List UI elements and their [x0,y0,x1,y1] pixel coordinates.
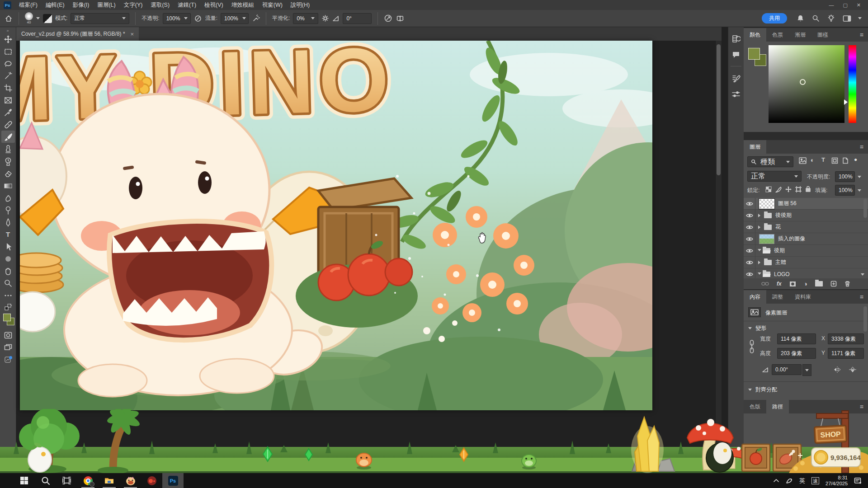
quick-mask-icon[interactable] [1,329,15,341]
brushes-panel-icon[interactable] [731,91,741,98]
notifications-bell-icon[interactable] [797,14,804,22]
visibility-eye-icon[interactable] [744,210,755,221]
brush-picker-chevron-icon[interactable] [36,17,40,21]
smoothing-select[interactable]: 0% [293,13,318,24]
zoom-tool[interactable] [1,277,15,289]
delete-layer-icon[interactable] [844,281,850,287]
workspace-switcher-icon[interactable] [843,15,851,22]
visibility-eye-icon[interactable] [744,221,755,233]
layer-opacity-field[interactable]: 100% [835,171,855,182]
workspace-chevron-icon[interactable] [858,17,862,21]
gradient-tool[interactable] [1,179,15,192]
hue-slider[interactable] [849,45,856,123]
properties-scrollbar-thumb[interactable] [863,306,867,332]
saturation-brightness-field[interactable] [769,45,844,123]
vertical-scrollbar[interactable] [715,41,722,473]
comments-panel-icon[interactable] [732,51,740,58]
brush-settings-panel-icon[interactable] [731,74,741,83]
tab-layers[interactable]: 圖層 [744,140,766,154]
discover-bulb-icon[interactable] [827,14,835,22]
foreground-color-swatch[interactable] [3,314,11,321]
transform-collapse-icon[interactable] [748,327,752,331]
hue-slider-arrow[interactable] [844,99,850,105]
layer-thumbnail[interactable] [759,234,774,244]
height-field[interactable]: 203 像素 [777,348,816,359]
opacity-select[interactable]: 100% [163,13,191,24]
properties-panel-menu-icon[interactable]: ≡ [855,290,868,304]
menu-file[interactable]: 檔案(F) [15,0,42,10]
visibility-eye-icon[interactable] [744,245,755,257]
brush-preset-picker[interactable]: 40 [25,12,33,24]
smudge-tool[interactable] [1,192,15,204]
visibility-eye-icon[interactable] [744,198,755,210]
crop-tool[interactable] [1,82,15,94]
rotation-chevron-icon[interactable] [802,364,811,376]
layer-row[interactable]: 插入的圖像 [744,233,868,245]
shape-tool[interactable] [1,253,15,265]
ime-language-indicator[interactable]: 英 [799,477,805,485]
tray-chevron-icon[interactable] [773,479,779,483]
toolbar-collapse-icon[interactable]: » [6,28,9,33]
lock-position-icon[interactable] [785,186,792,192]
quick-selection-tool[interactable] [1,70,15,82]
canvas[interactable]: MY DINO MY DINO MY DINO [20,41,652,410]
layer-thumbnail[interactable] [759,199,774,209]
history-brush-tool[interactable] [1,155,15,167]
menu-type[interactable]: 文字(Y) [120,0,147,10]
search-icon[interactable] [812,14,820,22]
taskbar-search-icon[interactable] [35,473,56,488]
opacity-pressure-icon[interactable] [194,14,202,23]
flip-vertical-icon[interactable] [849,366,857,373]
screen-recorder-icon[interactable] [141,473,162,488]
new-group-icon[interactable] [815,281,823,286]
filter-type-icon[interactable]: T [821,156,825,163]
menu-help[interactable]: 說明(H) [287,0,314,10]
smoothing-gear-icon[interactable] [321,14,329,22]
marquee-tool[interactable] [1,45,15,57]
blend-mode-select[interactable]: 正常 [71,13,129,24]
lock-artboard-icon[interactable] [795,186,802,192]
foreground-color-swatch-panel[interactable] [748,48,760,60]
layer-row[interactable]: 後後期 [744,210,868,221]
menu-image[interactable]: 影像(I) [69,0,94,10]
group-expanded-chevron-icon[interactable] [758,249,761,253]
game-crate-apple[interactable] [742,444,770,471]
path-selection-tool[interactable] [1,240,15,253]
document-tab[interactable]: Cover_v2.psd @ 58.9% (圖層 56, RGB/8) * × [16,27,139,41]
lock-pixels-icon[interactable] [775,186,782,192]
group-expanded-chevron-icon[interactable] [758,272,761,277]
eyedropper-tool[interactable] [1,106,15,118]
hand-tool[interactable] [1,265,15,277]
layer-effects-fx-icon[interactable]: fx [777,281,782,287]
start-button[interactable] [14,473,35,488]
layers-panel-menu-icon[interactable]: ≡ [855,140,868,154]
brush-settings-toggle-icon[interactable] [43,14,52,23]
tab-adjustments[interactable]: 調整 [766,290,789,304]
layers-scrollbar-thumb[interactable] [863,199,867,218]
history-panel-icon[interactable] [731,34,741,43]
layer-row[interactable]: 主體 [744,257,868,268]
tab-patterns[interactable]: 圖樣 [811,28,834,42]
taskbar-clock[interactable]: 8:31 27/4/2025 [826,475,848,487]
window-close-button[interactable]: ✕ [857,2,861,8]
menu-window[interactable]: 視窗(W) [258,0,287,10]
layer-blend-mode-select[interactable]: 正常 [747,171,802,182]
rotation-angle-field[interactable]: 0.00° [772,364,802,375]
scrollbar-thumb[interactable] [717,44,721,175]
group-collapsed-chevron-icon[interactable] [758,261,762,264]
layer-opacity-chevron-icon[interactable] [858,176,861,180]
airbrush-pressure-icon[interactable] [384,14,392,23]
tab-swatches[interactable]: 色票 [766,28,789,42]
filter-pin-icon[interactable]: ● [854,156,857,163]
x-field[interactable]: 3338 像素 [828,333,864,344]
move-tool[interactable] [1,33,15,45]
tab-gradients[interactable]: 漸層 [789,28,811,42]
dodge-tool[interactable] [1,204,15,216]
clone-stamp-tool[interactable] [1,143,15,155]
tab-libraries[interactable]: 資料庫 [789,290,817,304]
sync-status-icon[interactable] [1,353,15,366]
filter-smart-object-icon[interactable] [842,157,849,164]
color-picker-marker[interactable] [800,79,806,85]
layer-row[interactable]: 後期 [744,245,868,257]
lock-transparency-icon[interactable] [765,186,772,192]
